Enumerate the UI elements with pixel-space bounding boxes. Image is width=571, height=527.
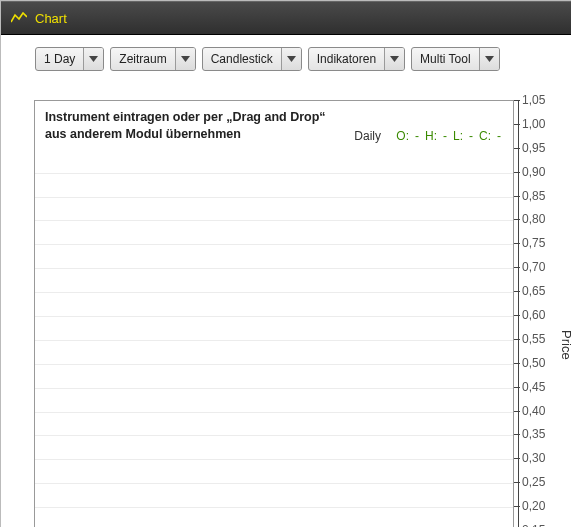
y-tick [514, 267, 520, 268]
y-tick-label: 0,70 [522, 260, 562, 274]
ohlc-l-value: - [469, 129, 473, 143]
y-tick [514, 315, 520, 316]
y-tick [514, 100, 520, 101]
y-tick [514, 291, 520, 292]
y-tick-label: 1,05 [522, 93, 562, 107]
y-tick-label: 0,40 [522, 404, 562, 418]
period-dropdown[interactable]: Zeitraum [110, 47, 195, 71]
y-tick [514, 148, 520, 149]
svg-marker-2 [287, 56, 296, 62]
gridline [35, 173, 513, 174]
multitool-dropdown[interactable]: Multi Tool [411, 47, 499, 71]
caret-down-icon [83, 48, 103, 70]
y-axis-line [518, 100, 519, 527]
svg-marker-4 [485, 56, 494, 62]
svg-marker-3 [390, 56, 399, 62]
style-dropdown[interactable]: Candlestick [202, 47, 302, 71]
range-dropdown-label: 1 Day [36, 48, 83, 70]
y-tick-label: 0,50 [522, 356, 562, 370]
ohlc-l-label: L: [453, 129, 463, 143]
y-tick [514, 411, 520, 412]
y-tick-label: 0,25 [522, 475, 562, 489]
multitool-dropdown-label: Multi Tool [412, 48, 478, 70]
y-tick-label: 0,15 [522, 523, 562, 527]
chart-toolbar: 1 Day Zeitraum Candlestick Indikatoren M… [1, 35, 571, 81]
style-dropdown-label: Candlestick [203, 48, 281, 70]
gridline [35, 340, 513, 341]
ohlc-h-label: H: [425, 129, 437, 143]
y-tick [514, 339, 520, 340]
caret-down-icon [281, 48, 301, 70]
y-tick [514, 243, 520, 244]
chart-window: Chart 1 Day Zeitraum Candlestick Indikat… [0, 0, 571, 527]
y-tick-label: 0,65 [522, 284, 562, 298]
ohlc-h-value: - [443, 129, 447, 143]
y-tick-label: 0,30 [522, 451, 562, 465]
gridline [35, 268, 513, 269]
gridline [35, 412, 513, 413]
y-tick [514, 506, 520, 507]
chart-line-icon [11, 12, 27, 24]
y-tick [514, 196, 520, 197]
window-title: Chart [35, 11, 67, 26]
gridline [35, 388, 513, 389]
y-tick-label: 0,20 [522, 499, 562, 513]
y-tick-label: 0,35 [522, 427, 562, 441]
ohlc-o-label: O: [396, 129, 409, 143]
y-tick-label: 0,85 [522, 189, 562, 203]
title-bar: Chart [1, 1, 571, 35]
period-dropdown-label: Zeitraum [111, 48, 174, 70]
y-tick [514, 482, 520, 483]
gridline [35, 292, 513, 293]
indicators-dropdown-label: Indikatoren [309, 48, 384, 70]
svg-marker-1 [181, 56, 190, 62]
gridline [35, 316, 513, 317]
drop-instruction: Instrument eintragen oder per „Drag and … [45, 109, 335, 143]
y-tick-label: 0,55 [522, 332, 562, 346]
ohlc-o-value: - [415, 129, 419, 143]
interval-label: Daily [354, 129, 381, 143]
gridline [35, 197, 513, 198]
gridline [35, 435, 513, 436]
y-tick [514, 458, 520, 459]
y-tick [514, 434, 520, 435]
y-tick-label: 0,80 [522, 212, 562, 226]
gridline [35, 244, 513, 245]
range-dropdown[interactable]: 1 Day [35, 47, 104, 71]
indicators-dropdown[interactable]: Indikatoren [308, 47, 405, 71]
gridline [35, 364, 513, 365]
y-tick-label: 0,60 [522, 308, 562, 322]
ohlc-c-label: C: [479, 129, 491, 143]
gridline [35, 483, 513, 484]
y-tick-label: 0,95 [522, 141, 562, 155]
plot-area[interactable]: Instrument eintragen oder per „Drag and … [34, 100, 514, 527]
caret-down-icon [175, 48, 195, 70]
y-tick-label: 0,75 [522, 236, 562, 250]
y-tick [514, 363, 520, 364]
gridline [35, 459, 513, 460]
y-tick [514, 124, 520, 125]
chart-area: Instrument eintragen oder per „Drag and … [34, 100, 554, 527]
gridline [35, 507, 513, 508]
y-tick-label: 0,90 [522, 165, 562, 179]
caret-down-icon [384, 48, 404, 70]
y-tick [514, 219, 520, 220]
y-tick [514, 387, 520, 388]
y-tick-label: 0,45 [522, 380, 562, 394]
y-tick-label: 1,00 [522, 117, 562, 131]
ohlc-readout: Daily O: - H: - L: - C: - [354, 129, 501, 143]
y-tick [514, 172, 520, 173]
gridline [35, 220, 513, 221]
caret-down-icon [479, 48, 499, 70]
svg-marker-0 [89, 56, 98, 62]
ohlc-c-value: - [497, 129, 501, 143]
